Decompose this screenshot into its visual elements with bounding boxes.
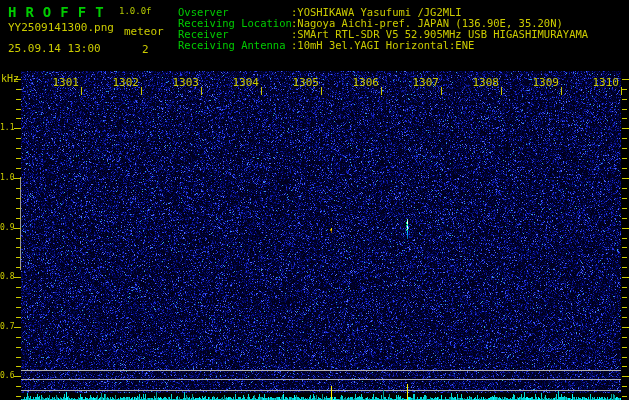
time-label-1307: 1307: [394, 76, 439, 89]
time-label-1308: 1308: [454, 76, 499, 89]
time-label-1309: 1309: [514, 76, 559, 89]
time-label-1302: 1302: [94, 76, 139, 89]
time-label-1303: 1303: [154, 76, 199, 89]
mode-label: meteor: [124, 25, 164, 38]
time-label-1310: 1310: [574, 76, 619, 89]
info-row-antenna: Receiving Antenna:10mH 3el.YAGI Horizont…: [178, 40, 588, 51]
freq-label-0.7: 0.7: [0, 322, 14, 331]
freq-label-1.1: 1.1: [0, 123, 14, 132]
freq-label-0.9: 0.9: [0, 223, 14, 232]
info-label: Receiving Antenna: [178, 40, 291, 51]
datetime-label: 25.09.14 13:00: [8, 42, 101, 55]
time-label-1306: 1306: [334, 76, 379, 89]
app-title: HROFFT: [8, 4, 113, 20]
freq-label-0.6: 0.6: [0, 371, 14, 380]
output-filename: YY2509141300.png: [8, 21, 114, 34]
time-label-1305: 1305: [274, 76, 319, 89]
info-value: :10mH 3el.YAGI Horizontal:ENE: [291, 39, 474, 51]
freq-label-0.8: 0.8: [0, 272, 14, 281]
time-label-1304: 1304: [214, 76, 259, 89]
spectrogram-canvas: [0, 0, 629, 400]
time-label-1301: 1301: [34, 76, 79, 89]
hrofft-window: HROFFT 1.0.0f YY2509141300.png meteor 25…: [0, 0, 629, 400]
app-version: 1.0.0f: [119, 6, 152, 16]
y-axis-unit: kHz: [1, 73, 19, 84]
station-info: Ovserver:YOSHIKAWA Yasufumi /JG2MLI Rece…: [178, 7, 588, 51]
echo-count: 2: [142, 43, 149, 56]
freq-label-1.0: 1.0: [0, 173, 14, 182]
